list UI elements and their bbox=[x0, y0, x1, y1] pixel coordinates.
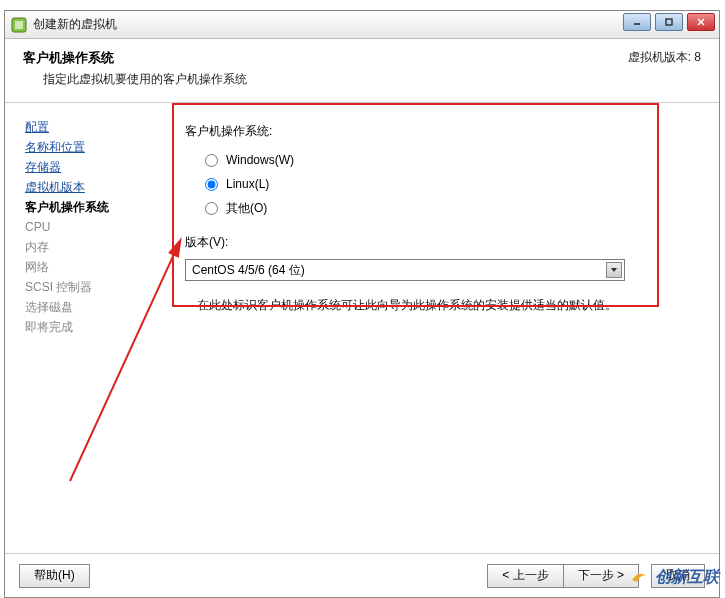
radio-other[interactable]: 其他(O) bbox=[205, 196, 689, 220]
page-title: 客户机操作系统 bbox=[23, 49, 247, 67]
radio-windows[interactable]: Windows(W) bbox=[205, 148, 689, 172]
svg-rect-1 bbox=[15, 21, 23, 29]
radio-other-label: 其他(O) bbox=[226, 196, 267, 220]
sidebar-item-scsi: SCSI 控制器 bbox=[25, 277, 165, 297]
version-select-value: CentOS 4/5/6 (64 位) bbox=[192, 262, 305, 279]
dialog-window: 创建新的虚拟机 客户机操作系统 指定此虚拟机要使用的客户机操作系统 虚拟机版本:… bbox=[4, 10, 720, 598]
body-area: 配置 名称和位置 存储器 虚拟机版本 客户机操作系统 CPU 内存 网络 SCS… bbox=[5, 103, 719, 558]
header-area: 客户机操作系统 指定此虚拟机要使用的客户机操作系统 虚拟机版本: 8 bbox=[5, 39, 719, 103]
svg-rect-3 bbox=[666, 19, 672, 25]
sidebar-item-guest-os: 客户机操作系统 bbox=[25, 197, 165, 217]
guest-os-radio-group: Windows(W) Linux(L) 其他(O) bbox=[205, 148, 689, 220]
cancel-button[interactable]: 取消 bbox=[651, 564, 705, 588]
radio-linux[interactable]: Linux(L) bbox=[205, 172, 689, 196]
version-select[interactable]: CentOS 4/5/6 (64 位) bbox=[185, 259, 625, 281]
vm-version-label: 虚拟机版本: 8 bbox=[628, 49, 701, 66]
maximize-button[interactable] bbox=[655, 13, 683, 31]
page-subtitle: 指定此虚拟机要使用的客户机操作系统 bbox=[43, 71, 247, 88]
radio-linux-input[interactable] bbox=[205, 178, 218, 191]
svg-marker-6 bbox=[611, 268, 617, 272]
help-button[interactable]: 帮助(H) bbox=[19, 564, 90, 588]
main-panel: 客户机操作系统: Windows(W) Linux(L) 其他(O) 版本(V)… bbox=[175, 103, 719, 558]
minimize-button[interactable] bbox=[623, 13, 651, 31]
sidebar-item-name-location[interactable]: 名称和位置 bbox=[25, 137, 165, 157]
sidebar-item-memory: 内存 bbox=[25, 237, 165, 257]
footer-right-group: < 上一步 下一步 > 取消 bbox=[487, 564, 705, 588]
sidebar-item-cpu: CPU bbox=[25, 217, 165, 237]
sidebar-item-disk: 选择磁盘 bbox=[25, 297, 165, 317]
sidebar-item-network: 网络 bbox=[25, 257, 165, 277]
window-buttons bbox=[623, 13, 715, 31]
radio-windows-label: Windows(W) bbox=[226, 148, 294, 172]
radio-linux-label: Linux(L) bbox=[226, 172, 269, 196]
sidebar-item-storage[interactable]: 存储器 bbox=[25, 157, 165, 177]
hint-text: 在此处标识客户机操作系统可让此向导为此操作系统的安装提供适当的默认值。 bbox=[197, 297, 689, 314]
sidebar-item-vm-version[interactable]: 虚拟机版本 bbox=[25, 177, 165, 197]
window-title: 创建新的虚拟机 bbox=[33, 16, 117, 33]
chevron-down-icon bbox=[606, 262, 622, 278]
guest-os-label: 客户机操作系统: bbox=[185, 123, 689, 140]
app-icon bbox=[11, 17, 27, 33]
back-button[interactable]: < 上一步 bbox=[487, 564, 562, 588]
close-button[interactable] bbox=[687, 13, 715, 31]
version-select-wrap: CentOS 4/5/6 (64 位) bbox=[185, 259, 689, 281]
wizard-sidebar: 配置 名称和位置 存储器 虚拟机版本 客户机操作系统 CPU 内存 网络 SCS… bbox=[5, 103, 175, 558]
footer: 帮助(H) < 上一步 下一步 > 取消 bbox=[5, 553, 719, 597]
radio-windows-input[interactable] bbox=[205, 154, 218, 167]
radio-other-input[interactable] bbox=[205, 202, 218, 215]
header-left: 客户机操作系统 指定此虚拟机要使用的客户机操作系统 bbox=[23, 49, 247, 88]
sidebar-item-ready: 即将完成 bbox=[25, 317, 165, 337]
titlebar: 创建新的虚拟机 bbox=[5, 11, 719, 39]
version-label: 版本(V): bbox=[185, 234, 689, 251]
sidebar-item-config[interactable]: 配置 bbox=[25, 117, 165, 137]
next-button[interactable]: 下一步 > bbox=[563, 564, 639, 588]
